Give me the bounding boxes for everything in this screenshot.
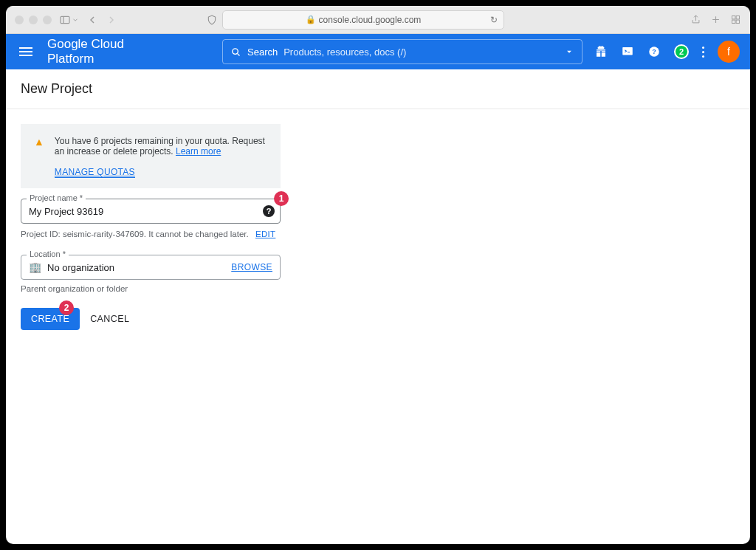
plus-icon[interactable] <box>710 14 721 25</box>
console-icon[interactable] <box>621 45 634 58</box>
lock-icon: 🔒 <box>306 15 316 24</box>
svg-rect-6 <box>732 20 735 23</box>
project-name-field: Project name * ? 1 <box>21 199 281 224</box>
browser-titlebar: 🔒 console.cloud.google.com ↻ <box>6 6 750 34</box>
forward-button[interactable] <box>106 14 117 26</box>
notifications-badge[interactable]: 2 <box>674 44 689 59</box>
tabs-icon[interactable] <box>730 14 741 25</box>
page-title: New Project <box>6 69 750 109</box>
svg-rect-5 <box>736 16 739 19</box>
warning-icon: ▲ <box>34 136 44 178</box>
edit-project-id-link[interactable]: EDIT <box>255 230 275 238</box>
browse-button[interactable]: BROWSE <box>231 262 272 272</box>
search-label: Search <box>247 47 278 58</box>
learn-more-link[interactable]: Learn more <box>176 146 221 157</box>
location-field: Location * 🏢 No organization BROWSE <box>21 255 281 280</box>
platform-title: Google Cloud Platform <box>47 37 173 66</box>
search-bar[interactable]: Search Products, resources, docs (/) <box>222 39 583 64</box>
traffic-min[interactable] <box>29 16 38 24</box>
shield-icon[interactable] <box>206 14 218 26</box>
sidebar-toggle-icon[interactable] <box>59 14 79 26</box>
search-placeholder: Products, resources, docs (/) <box>284 47 406 58</box>
annotation-2: 2 <box>59 300 74 315</box>
location-hint: Parent organization or folder <box>21 284 735 293</box>
menu-icon[interactable] <box>16 44 35 59</box>
manage-quotas-link[interactable]: MANAGE QUOTAS <box>55 167 135 178</box>
project-name-input[interactable] <box>21 199 281 224</box>
gift-icon[interactable] <box>594 45 608 58</box>
more-icon[interactable] <box>702 47 704 58</box>
svg-point-8 <box>233 48 238 54</box>
quota-notice: ▲ You have 6 projects remaining in your … <box>21 124 281 188</box>
quota-message: You have 6 projects remaining in your qu… <box>55 136 265 157</box>
gcp-header: Google Cloud Platform Search Products, r… <box>6 34 750 69</box>
location-input[interactable]: 🏢 No organization BROWSE <box>21 255 281 280</box>
help-icon[interactable]: ? <box>647 45 661 58</box>
location-label: Location * <box>27 250 69 258</box>
annotation-1: 1 <box>274 191 289 206</box>
traffic-close[interactable] <box>15 16 24 24</box>
cancel-button[interactable]: CANCEL <box>90 314 129 324</box>
back-button[interactable] <box>86 14 98 26</box>
chevron-down-icon <box>564 47 574 57</box>
field-help-icon[interactable]: ? <box>263 205 275 217</box>
search-icon <box>230 47 241 58</box>
avatar[interactable]: f <box>718 41 740 63</box>
svg-rect-4 <box>732 16 735 19</box>
project-id-text: Project ID: seismic-rarity-347609. It ca… <box>21 230 249 238</box>
url-bar[interactable]: 🔒 console.cloud.google.com ↻ <box>222 10 504 30</box>
svg-line-9 <box>237 53 239 55</box>
organization-icon: 🏢 <box>29 261 41 273</box>
location-value: No organization <box>47 262 114 273</box>
svg-rect-10 <box>622 47 633 55</box>
project-name-label: Project name * <box>27 193 86 202</box>
traffic-max[interactable] <box>43 16 52 24</box>
share-icon[interactable] <box>690 14 701 25</box>
svg-text:?: ? <box>652 48 656 55</box>
url-text: console.cloud.google.com <box>319 15 422 25</box>
svg-rect-7 <box>736 20 739 23</box>
reload-icon[interactable]: ↻ <box>490 15 498 25</box>
svg-rect-0 <box>61 16 69 23</box>
